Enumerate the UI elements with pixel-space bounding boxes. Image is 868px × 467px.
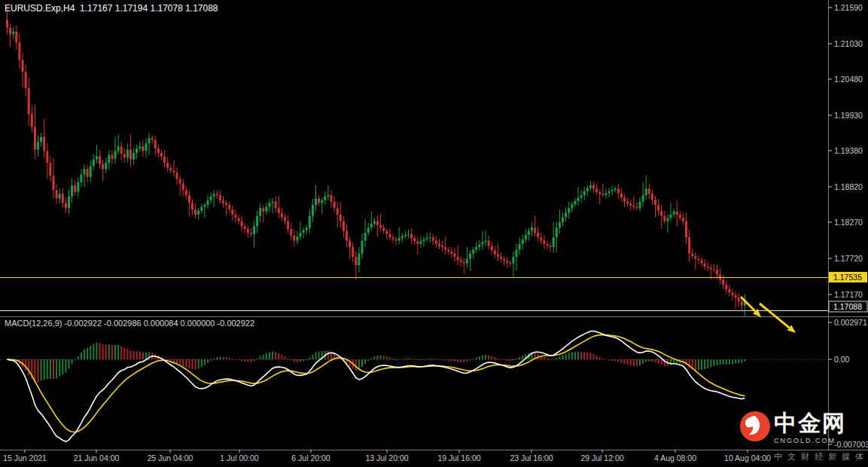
candle-body — [213, 194, 215, 196]
price-axis-label: 1.17720 — [834, 254, 863, 263]
candle-body — [163, 156, 166, 163]
macd-histogram-bar — [614, 359, 616, 361]
macd-histogram-bar — [340, 359, 341, 359]
candle-body — [562, 217, 564, 222]
candle-body — [228, 205, 230, 209]
macd-histogram-bar — [117, 345, 119, 359]
macd-histogram-bar — [361, 359, 363, 367]
macd-histogram-bar — [408, 358, 410, 359]
macd-panel[interactable] — [0, 331, 828, 442]
candle-body — [303, 230, 305, 233]
time-axis-label: 21 Jun 04:00 — [74, 453, 120, 462]
candle-body — [6, 20, 8, 27]
macd-histogram-bar — [651, 359, 653, 362]
macd-histogram-bar — [645, 359, 647, 362]
candle-body — [340, 215, 342, 221]
candle-body — [426, 238, 428, 240]
macd-histogram-bar — [605, 359, 607, 360]
candle-body — [438, 244, 440, 246]
candle-body — [485, 240, 487, 242]
macd-histogram-bar — [59, 359, 60, 376]
candle-body — [87, 169, 89, 177]
price-axis[interactable]: 1.215901.210301.204801.199301.193801.188… — [828, 3, 868, 449]
candle-body — [697, 259, 699, 261]
candlestick-panel[interactable] — [6, 6, 746, 319]
candle-body — [735, 295, 737, 298]
candle-body — [494, 250, 496, 254]
macd-histogram-bar — [266, 353, 267, 359]
macd-histogram-bar — [355, 359, 357, 371]
macd-histogram-bar — [185, 359, 187, 368]
candle-body — [352, 247, 354, 257]
price-axis-label: 1.20480 — [834, 75, 863, 84]
macd-histogram-bar — [201, 359, 203, 367]
candle-body — [241, 221, 243, 227]
candle-body — [586, 188, 589, 191]
candle-body — [231, 209, 233, 215]
candle-body — [309, 216, 311, 228]
candle-body — [151, 138, 154, 140]
candle-body — [629, 203, 632, 206]
candle-body — [238, 218, 240, 221]
candle-body — [673, 212, 675, 215]
macd-histogram-bar — [62, 359, 63, 374]
candle-body — [259, 208, 261, 215]
time-axis-label: 6 Jul 20:00 — [291, 453, 330, 462]
candle-body — [741, 301, 743, 305]
macd-histogram-bar — [507, 359, 508, 361]
candle-body — [611, 190, 614, 191]
candle-body — [682, 218, 684, 221]
macd-axis-label: 0.002971 — [834, 318, 867, 327]
macd-histogram-bar — [577, 352, 579, 359]
macd-histogram-bar — [636, 359, 638, 366]
candle-body — [284, 217, 286, 221]
candle-body — [716, 270, 718, 274]
arrow-shaft[interactable] — [741, 297, 755, 311]
macd-histogram-bar — [210, 359, 212, 361]
candle-body — [571, 204, 573, 208]
candle-body — [210, 197, 212, 200]
candle-body — [666, 218, 669, 221]
time-axis[interactable]: 15 Jun 202121 Jun 04:0025 Jun 04:001 Jul… — [3, 450, 771, 462]
candle-body — [602, 194, 604, 195]
candle-body — [361, 240, 364, 253]
candle-body — [28, 88, 30, 114]
candle-body — [43, 137, 45, 151]
candle-body — [553, 237, 555, 247]
macd-histogram-bar — [188, 359, 190, 368]
chart-canvas[interactable]: 1.215901.210301.204801.199301.193801.188… — [0, 0, 868, 467]
price-axis-label: 1.21590 — [834, 3, 863, 12]
macd-histogram-bar — [741, 359, 742, 363]
candle-body — [349, 240, 351, 247]
candle-body — [401, 236, 404, 238]
candle-body — [466, 259, 468, 264]
macd-histogram-bar — [244, 359, 245, 362]
macd-histogram-bar — [380, 356, 382, 359]
macd-histogram-bar — [291, 359, 292, 360]
macd-histogram-bar — [479, 356, 480, 359]
candle-body — [262, 208, 264, 211]
candle-body — [160, 153, 163, 156]
candle-body — [635, 207, 638, 209]
macd-histogram-bar — [516, 359, 517, 359]
candle-body — [25, 72, 27, 88]
macd-histogram-bar — [460, 359, 461, 362]
candle-body — [531, 227, 533, 230]
arrow-shaft[interactable] — [760, 304, 789, 328]
macd-indicator-label: MACD(12,26,9) -0.002922 -0.002986 0.0000… — [5, 319, 254, 328]
candle-body — [370, 224, 373, 227]
candle-body — [142, 146, 144, 151]
watermark-tagline: 中 文 财 经 新 媒 体 — [774, 451, 865, 462]
candle-body — [337, 208, 339, 215]
trend-arrows[interactable] — [741, 297, 796, 333]
candle-body — [454, 254, 456, 257]
candle-body — [509, 263, 511, 264]
candle-body — [547, 244, 549, 246]
candle-body — [148, 138, 151, 143]
macd-histogram-bar — [586, 353, 588, 359]
candle-body — [478, 245, 480, 247]
candle-body — [670, 215, 672, 218]
macd-histogram-bar — [630, 359, 632, 366]
macd-histogram-bar — [723, 359, 724, 365]
candle-body — [355, 257, 357, 265]
